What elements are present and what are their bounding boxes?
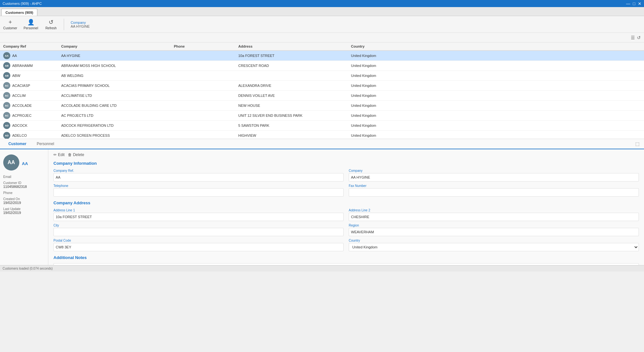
- list-view-button[interactable]: ☰: [631, 35, 635, 40]
- table-row[interactable]: AD ADCOCK ADCOCK REFRIGERATION LTD 5 SAW…: [0, 121, 644, 131]
- cell-phone: [171, 81, 235, 91]
- cell-phone: [171, 91, 235, 101]
- title-bar: Customers (909) - AHPC — □ ✕: [0, 0, 644, 7]
- company-input[interactable]: [349, 173, 639, 181]
- table-row[interactable]: AA AA AA HYGINE 10a FOREST STREET United…: [0, 51, 644, 61]
- cell-country: United Kingdom: [348, 101, 644, 111]
- country-select[interactable]: United Kingdom: [349, 243, 639, 251]
- edit-icon: ✏: [53, 153, 57, 157]
- ref-value: ACACIASP: [12, 84, 30, 88]
- customer-avatar: AA: [3, 154, 19, 171]
- cell-ref: AD ADELCO: [0, 131, 58, 139]
- row-avatar: AC: [3, 112, 10, 119]
- address2-input[interactable]: [349, 213, 639, 221]
- tab-personnel[interactable]: Personnel: [32, 139, 59, 149]
- window-controls[interactable]: — □ ✕: [626, 1, 641, 6]
- telephone-input[interactable]: [53, 188, 344, 197]
- company-address-title: Company Address: [53, 200, 639, 205]
- table-row[interactable]: AB ABRAHAMM ABRAHAM MOSS HIGH SCHOOL CRE…: [0, 61, 644, 71]
- tab-bar: Customers (909): [0, 7, 644, 16]
- ref-value: ABRAHAMM: [12, 64, 33, 68]
- cell-company: ACACIAS PRIMARY SCHOOL: [58, 81, 171, 91]
- city-input[interactable]: [53, 228, 344, 236]
- company-ref-label: Company Ref.: [53, 169, 344, 172]
- table-row[interactable]: AD ADELCO ADELCO SCREEN PROCESS HIGHVIEW…: [0, 131, 644, 139]
- ref-value: ADCOCK: [12, 124, 27, 127]
- address1-input[interactable]: [53, 213, 344, 221]
- cell-ref: AD ADCOCK: [0, 121, 58, 131]
- postal-code-group: Postal Code: [53, 239, 344, 251]
- delete-button[interactable]: 🗑 Delete: [68, 153, 84, 157]
- created-on-label: Created On: [3, 197, 45, 201]
- row-avatar: AC: [3, 92, 10, 99]
- cell-company: ADELCO SCREEN PROCESS: [58, 131, 171, 139]
- col-address: Address: [235, 42, 348, 51]
- row-avatar: AB: [3, 62, 10, 69]
- table-row[interactable]: AC ACCLIM ACCLIMATISE LTD DENNIS VOILLET…: [0, 91, 644, 101]
- table-header-row: Company Ref Company Phone Address Countr…: [0, 42, 644, 51]
- cell-ref: AC ACCOLADE: [0, 101, 58, 111]
- address-grid: Address Line 1 Address Line 2 City Regio…: [53, 208, 639, 251]
- cell-country: United Kingdom: [348, 81, 644, 91]
- cell-phone: [171, 71, 235, 81]
- customers-table: Company Ref Company Phone Address Countr…: [0, 42, 644, 139]
- customer-info-panel: AA AA Email Customer ID 110458682318 Pho…: [0, 149, 48, 265]
- table-row[interactable]: AC ACACIASP ACACIAS PRIMARY SCHOOL ALEXA…: [0, 81, 644, 91]
- minimize-button[interactable]: —: [626, 1, 630, 6]
- table-row[interactable]: AC ACCOLADE ACCOLADE BUILDING CARE LTD N…: [0, 101, 644, 111]
- company-ref-input[interactable]: [53, 173, 344, 181]
- country-label: Country: [349, 239, 639, 242]
- bottom-panel: AA AA Email Customer ID 110458682318 Pho…: [0, 149, 644, 265]
- company-ref-group: Company Ref.: [53, 169, 344, 181]
- edit-button[interactable]: ✏ Edit: [53, 153, 65, 157]
- cell-country: United Kingdom: [348, 71, 644, 81]
- city-label: City: [53, 224, 344, 227]
- company-label: Company: [349, 169, 639, 172]
- cell-phone: [171, 131, 235, 139]
- table-row[interactable]: AC ACPROJEC AC PROJECTS LTD UNIT 12 SILV…: [0, 111, 644, 121]
- cell-company: ADCOCK REFRIGERATION LTD: [58, 121, 171, 131]
- fax-label: Fax Number: [349, 184, 639, 188]
- col-country: Country: [348, 42, 644, 51]
- customer-button[interactable]: + Customer: [3, 19, 17, 30]
- customer-name-label: AA: [22, 161, 28, 166]
- cell-company: ACCLIMATISE LTD: [58, 91, 171, 101]
- row-avatar: AC: [3, 82, 10, 89]
- app-title: Customers (909) - AHPC: [3, 2, 42, 5]
- cell-country: United Kingdom: [348, 91, 644, 101]
- cell-address: CRESCENT ROAD: [235, 61, 348, 71]
- cell-address: DENNIS VOILLET AVE: [235, 91, 348, 101]
- postal-code-input[interactable]: [53, 243, 344, 251]
- fax-input[interactable]: [349, 188, 639, 197]
- ref-value: ADELCO: [12, 134, 27, 137]
- close-button[interactable]: ✕: [638, 1, 641, 6]
- tab-customer[interactable]: Customer: [3, 139, 32, 149]
- cell-country: United Kingdom: [348, 51, 644, 61]
- phone-label: Phone: [3, 191, 45, 195]
- last-update-value: 19/02/2019: [3, 211, 45, 215]
- maximize-button[interactable]: □: [633, 1, 635, 6]
- refresh-view-button[interactable]: ↺: [637, 35, 641, 40]
- cell-country: United Kingdom: [348, 111, 644, 121]
- cell-company: AA HYGINE: [58, 51, 171, 61]
- last-update-label: Last Update: [3, 207, 45, 211]
- breadcrumb-parent[interactable]: Company: [71, 21, 90, 24]
- cell-address: 5 SAWSTON PARK: [235, 121, 348, 131]
- refresh-button[interactable]: ↺ Refresh: [44, 19, 57, 30]
- fax-group: Fax Number: [349, 184, 639, 197]
- cell-address: HIGHVIEW: [235, 131, 348, 139]
- customers-tab[interactable]: Customers (909): [1, 9, 37, 16]
- ref-value: ACCOLADE: [12, 104, 32, 107]
- col-company: Company: [58, 42, 171, 51]
- row-avatar: AB: [3, 72, 10, 79]
- additional-notes-input[interactable]: [53, 263, 639, 265]
- region-input[interactable]: [349, 228, 639, 236]
- expand-panel-button[interactable]: ⬚: [634, 140, 641, 148]
- telephone-label: Telephone: [53, 184, 344, 188]
- cell-country: United Kingdom: [348, 131, 644, 139]
- cell-country: United Kingdom: [348, 121, 644, 131]
- cell-ref: AB ABRAHAMM: [0, 61, 58, 71]
- table-row[interactable]: AB ABW AB WELDING United Kingdom: [0, 71, 644, 81]
- company-group: Company: [349, 169, 639, 181]
- personnel-button[interactable]: 👤 Personnel: [24, 19, 38, 30]
